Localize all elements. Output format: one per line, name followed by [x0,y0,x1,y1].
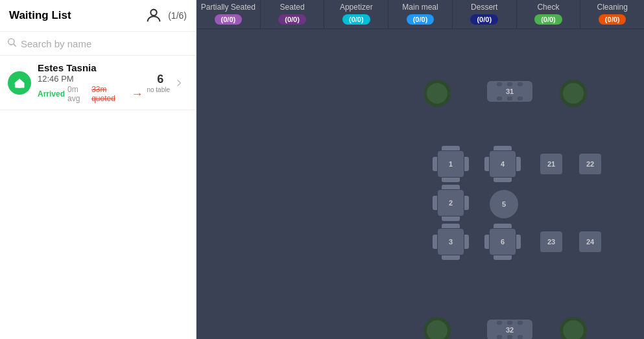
table-32[interactable]: 32 [487,320,532,339]
table-21[interactable]: 21 [540,154,562,174]
table-surface: 3 [438,229,464,255]
guest-time: 12:46 PM [38,74,143,84]
party-size: 6 [157,73,163,86]
search-icon [6,37,17,50]
quoted-text: 33m quoted [91,85,126,103]
sidebar-title: Waiting List [9,9,71,22]
person-icon [145,6,163,25]
table-surface: 1 [438,151,464,177]
table-23[interactable]: 23 [540,231,562,252]
home-icon [13,76,26,89]
navigate-arrow [170,74,188,92]
status-tab-appetizer[interactable]: Appetizer (0/0) [324,0,388,29]
plant-decoration [560,317,587,339]
floor-plan[interactable]: 31 32 1 [197,29,644,339]
svg-point-1 [8,39,14,45]
guest-item[interactable]: Estes Tasnia 12:46 PM Arrived 0m avg 33m… [0,56,196,110]
table-surface: 4 [490,151,516,177]
status-tab-main-meal[interactable]: Main meal (0/0) [388,0,453,29]
svg-line-2 [14,44,16,47]
status-tab-label: Partially Seated [201,3,256,12]
table-24[interactable]: 24 [579,231,601,252]
status-tab-badge: (0/0) [342,14,370,25]
table-label: 22 [586,160,594,168]
table-1[interactable]: 1 [433,146,469,182]
status-tab-badge: (0/0) [599,14,626,25]
sidebar-header: Waiting List (1/6) [0,0,196,32]
status-tab-badge: (0/0) [534,14,562,25]
table-3[interactable]: 3 [433,224,469,260]
table-surface: 2 [438,190,464,216]
plant-decoration [423,80,451,107]
status-tab-badge: (0/0) [407,14,435,25]
table-label: 32 [506,326,514,334]
table-2[interactable]: 2 [433,185,469,221]
search-bar [0,32,196,56]
guest-status-row: Arrived 0m avg 33m quoted → [38,85,143,103]
main-panel: Partially Seated (0/0) Seated (0/0) Appe… [197,0,644,339]
table-4[interactable]: 4 [484,146,521,182]
table-label: 31 [506,88,514,95]
table-6[interactable]: 6 [484,224,521,260]
status-tab-label: Check [537,3,559,12]
plant-decoration [423,317,451,339]
arrived-label: Arrived [38,89,65,99]
status-tab-badge: (0/0) [278,14,306,25]
guest-name: Estes Tasnia [38,62,143,73]
status-bar: Partially Seated (0/0) Seated (0/0) Appe… [197,0,644,29]
table-label: 21 [547,160,555,168]
status-tab-label: Seated [280,3,305,12]
status-tab-cleaning[interactable]: Cleaning (0/0) [580,0,644,29]
table-label: 24 [586,238,594,246]
table-label: 5 [502,200,506,208]
guest-info: Estes Tasnia 12:46 PM Arrived 0m avg 33m… [38,62,143,103]
no-table-label: no table [147,86,170,93]
table-22[interactable]: 22 [579,154,601,174]
status-tab-partially-seated[interactable]: Partially Seated (0/0) [197,0,261,29]
svg-point-0 [151,10,157,16]
wait-text: 0m avg [67,85,89,103]
table-surface: 6 [490,229,516,255]
arrow-right-icon: → [131,88,143,101]
status-tab-badge: (0/0) [470,14,498,25]
table-31[interactable]: 31 [487,81,532,102]
status-tab-label: Main meal [402,3,438,12]
status-tab-seated[interactable]: Seated (0/0) [261,0,325,29]
status-tab-check[interactable]: Check (0/0) [517,0,581,29]
status-tab-label: Cleaning [597,3,627,12]
status-tab-label: Dessert [471,3,497,12]
no-table-wrap: 6 no table [147,73,170,93]
sidebar-header-right: (1/6) [145,6,187,25]
guest-list: Estes Tasnia 12:46 PM Arrived 0m avg 33m… [0,56,196,339]
status-tab-badge: (0/0) [215,14,243,25]
search-input[interactable] [21,38,189,49]
table-label: 23 [547,238,555,246]
plant-decoration [560,80,587,107]
table-5[interactable]: 5 [490,190,518,218]
arrived-icon [8,71,31,95]
status-tab-dessert[interactable]: Dessert (0/0) [453,0,517,29]
sidebar: Waiting List (1/6) Estes Tasnia 12:46 PM [0,0,197,339]
status-tab-label: Appetizer [340,3,373,12]
counter-badge: (1/6) [168,10,187,21]
